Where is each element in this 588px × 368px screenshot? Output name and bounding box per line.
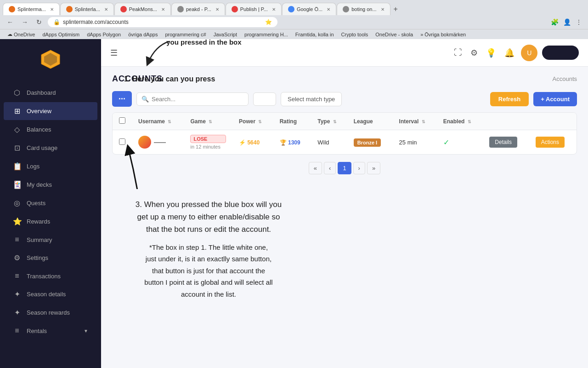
profile-button[interactable]: 👤	[562, 17, 572, 27]
tab-close-icon4[interactable]: ✕	[215, 7, 219, 12]
actions-button[interactable]: Actions	[536, 137, 565, 148]
table-header: Username ⇅ Game ⇅ Power ⇅	[113, 113, 577, 130]
sidebar-label-transactions: Transactions	[27, 273, 61, 280]
accounts-table: Username ⇅ Game ⇅ Power ⇅	[113, 113, 577, 154]
sidebar-item-card-usage[interactable]: ⊡ Card usage	[4, 139, 97, 157]
row-checkbox[interactable]	[119, 138, 125, 145]
pagination: « ‹ 1 › »	[112, 155, 577, 182]
bookmark-prog-c[interactable]: programmering c#	[162, 31, 209, 38]
tab-close-icon7[interactable]: ✕	[381, 7, 384, 12]
url-bar[interactable]: 🔒 splintermate.com/accounts ⭐	[48, 17, 277, 27]
lightbulb-button[interactable]: 💡	[484, 46, 498, 60]
summary-icon: ≡	[13, 236, 21, 244]
tab-splinterla[interactable]: Splinterla... ✕	[60, 3, 114, 15]
sidebar-item-quests[interactable]: ◎ Quests	[4, 194, 97, 212]
tab-peakd[interactable]: peakd - P... ✕	[171, 3, 225, 15]
sidebar-item-my-decks[interactable]: 🃏 My decks	[4, 176, 97, 194]
settings-icon: ⚙	[13, 253, 21, 262]
tab-close-icon2[interactable]: ✕	[104, 7, 108, 12]
tab-google[interactable]: Google Ö... ✕	[282, 3, 336, 15]
tab-peakmons[interactable]: PeakMons... ✕	[114, 3, 171, 15]
interval-text: 25 min	[399, 139, 417, 146]
sidebar-label-quests: Quests	[27, 200, 45, 207]
bookmark-ovriga[interactable]: övriga dApps	[125, 31, 160, 38]
sidebar-item-season-details[interactable]: ✦ Season details	[4, 285, 97, 303]
bookmark-framtida[interactable]: Framtida, kolla in	[293, 31, 337, 38]
sidebar-item-balances[interactable]: ◇ Balances	[4, 121, 97, 138]
sidebar-item-rentals[interactable]: ≡ Rentals ▼	[4, 322, 97, 339]
sidebar-item-dashboard[interactable]: ⬡ Dashboard	[4, 84, 97, 102]
add-account-button[interactable]: + Account	[533, 92, 577, 106]
user-avatar[interactable]: U	[521, 45, 537, 61]
extensions-button[interactable]: 🧩	[549, 17, 560, 27]
bookmark-onedrive-skola[interactable]: OneDrive - skola	[373, 31, 416, 38]
dots-menu-button[interactable]: ···	[112, 91, 132, 107]
first-page-button[interactable]: «	[309, 162, 322, 174]
new-tab-button[interactable]: +	[391, 5, 401, 13]
next-page-button[interactable]: ›	[353, 162, 365, 174]
bookmark-prog-h[interactable]: programmering H...	[242, 31, 291, 38]
tab-splintermate[interactable]: Splinterma... ✕	[3, 3, 60, 15]
row-rating: 🏆 1309	[273, 130, 311, 155]
select-all-checkbox[interactable]	[119, 117, 125, 124]
page-1-button[interactable]: 1	[338, 162, 351, 174]
bookmark-more[interactable]: »Övriga bokmärken	[418, 31, 469, 38]
details-button[interactable]: Details	[489, 137, 517, 148]
logo-icon	[40, 48, 62, 70]
game-sort-icon[interactable]: ⇅	[209, 120, 212, 124]
tab-publish[interactable]: Publish | P... ✕	[226, 3, 282, 15]
select-match-button[interactable]: Select match type	[281, 92, 342, 106]
notification-button[interactable]: 🔔	[503, 46, 516, 60]
th-rating: Rating	[273, 113, 311, 130]
interval-sort-icon[interactable]: ⇅	[422, 120, 425, 124]
sidebar-item-season-rewards[interactable]: ✦ Season rewards	[4, 304, 97, 322]
menu-button[interactable]: ⋮	[574, 17, 583, 27]
row-checkbox-cell	[113, 130, 132, 155]
tab-boting[interactable]: boting on... ✕	[337, 3, 390, 15]
username-sort-icon[interactable]: ⇅	[168, 120, 171, 124]
power-sort-icon[interactable]: ⇅	[258, 120, 262, 124]
bookmark-crypto[interactable]: Crypto tools	[339, 31, 371, 38]
sidebar-label-overview: Overview	[27, 108, 51, 115]
bookmark-js[interactable]: JavaScript	[211, 31, 240, 38]
accounts-table-wrapper: Username ⇅ Game ⇅ Power ⇅	[112, 112, 577, 155]
per-page-input[interactable]: 25	[253, 92, 276, 106]
transactions-icon: ≡	[13, 272, 21, 280]
th-power: Power ⇅	[232, 113, 273, 130]
tab-close-icon6[interactable]: ✕	[327, 7, 330, 12]
tab-close-icon3[interactable]: ✕	[161, 7, 165, 12]
tab-close-icon[interactable]: ✕	[50, 7, 54, 12]
bookmark-dapps-optimism[interactable]: dApps Optimism	[40, 31, 82, 38]
tab-close-icon5[interactable]: ✕	[272, 7, 276, 12]
instruction-3-text: 3. When you pressed the blue box will yo…	[112, 198, 305, 236]
header-right: ⛶ ⚙ 💡 🔔 U	[452, 45, 579, 61]
sidebar-label-season-rewards: Season rewards	[27, 309, 70, 316]
enabled-sort-icon[interactable]: ⇅	[468, 120, 471, 124]
reload-button[interactable]: ↻	[34, 17, 44, 27]
search-input[interactable]	[152, 96, 243, 103]
sidebar-item-rewards[interactable]: ⭐ Rewards	[4, 213, 97, 230]
last-page-button[interactable]: »	[367, 162, 380, 174]
sidebar-item-settings[interactable]: ⚙ Settings	[4, 249, 97, 267]
instruction-note-content: *The box in step 1. The little white one…	[144, 243, 272, 298]
fullscreen-button[interactable]: ⛶	[452, 46, 464, 59]
bookmark-dapps-polygon[interactable]: dApps Polygon	[84, 31, 124, 38]
row-type: Wild	[311, 130, 347, 155]
forward-button[interactable]: →	[19, 17, 30, 27]
back-button[interactable]: ←	[5, 17, 16, 27]
sidebar-label-decks: My decks	[27, 181, 52, 188]
type-sort-icon[interactable]: ⇅	[333, 120, 337, 124]
th-league: League	[347, 113, 393, 130]
bookmark-onedrive[interactable]: ☁OneDrive	[5, 30, 38, 38]
sidebar-item-logs[interactable]: 📋 Logs	[4, 157, 97, 175]
th-type: Type ⇅	[311, 113, 347, 130]
hamburger-button[interactable]: ☰	[110, 48, 118, 58]
prev-page-button[interactable]: ‹	[324, 162, 336, 174]
sidebar-item-transactions[interactable]: ≡ Transactions	[4, 267, 97, 285]
table-body: —— LOSE in 12 minutes	[113, 130, 577, 155]
refresh-button[interactable]: Refresh	[490, 92, 529, 106]
settings-header-button[interactable]: ⚙	[469, 46, 480, 60]
sidebar-item-overview[interactable]: ⊞ Overview	[4, 102, 97, 120]
game-status-badge: LOSE	[190, 135, 226, 143]
sidebar-item-summary[interactable]: ≡ Summary	[4, 231, 97, 248]
